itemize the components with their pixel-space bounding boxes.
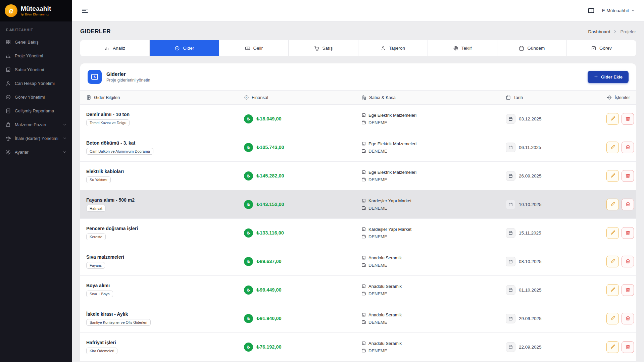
table-row[interactable]: Beton dökümü - 3. katCam Balkon ve Alümi…: [80, 133, 636, 162]
kasa-name: DENEME: [368, 291, 387, 296]
expense-finance-cell: ₺₺18.049,00: [244, 114, 361, 123]
logo[interactable]: e Müteaahit İşi Bilen Elemanınız: [0, 0, 72, 21]
edit-button[interactable]: [606, 256, 619, 267]
sidebar-item[interactable]: İhale (Barter) Yönetimi: [0, 132, 72, 145]
edit-button[interactable]: [606, 142, 619, 153]
calendar-icon: [506, 114, 515, 124]
lira-circle-icon: ₺: [244, 200, 253, 209]
wallet-icon: [361, 234, 366, 239]
expense-title: Boya alımı: [86, 283, 244, 288]
expense-info-cell: Pencere doğrama işleriKereste: [86, 226, 244, 240]
table-row[interactable]: Fayans alımı - 500 m2Hafriyat₺₺143.152,0…: [80, 190, 636, 219]
expense-date: 22.09.2025: [519, 345, 542, 350]
edit-button[interactable]: [606, 313, 619, 324]
expense-icon: ₺: [175, 46, 180, 51]
table-body: Demir alımı - 10 tonTemel Kazısı ve Dolg…: [80, 105, 636, 361]
edit-button[interactable]: [606, 284, 619, 296]
tab-görev[interactable]: Görev: [567, 40, 636, 56]
breadcrumb-dashboard[interactable]: Dashboard: [588, 29, 610, 34]
tender-icon: [5, 136, 11, 141]
kasa-name: DENEME: [368, 206, 387, 211]
wallet-icon: [361, 149, 366, 153]
lira-circle-icon: ₺: [244, 314, 253, 323]
menu-toggle-button[interactable]: [81, 7, 89, 15]
delete-button[interactable]: [622, 284, 634, 296]
vendor-cell: Ege Elektrik MalzemeleriDENEME: [361, 141, 506, 154]
table-row[interactable]: Sıva malzemeleriFayans₺₺89.637,00Anadolu…: [80, 247, 636, 276]
delete-button[interactable]: [622, 227, 634, 239]
date-cell: 03.12.2025: [506, 114, 606, 124]
table-row[interactable]: Pencere doğrama işleriKereste₺₺133.116,0…: [80, 219, 636, 247]
tab-analiz[interactable]: Analiz: [80, 40, 150, 56]
table-row[interactable]: İskele kirası - AylıkŞantiye Konteyner v…: [80, 304, 636, 333]
delete-button[interactable]: [622, 170, 634, 182]
expense-title: Demir alımı - 10 ton: [86, 112, 244, 117]
lira-circle-icon: ₺: [244, 171, 253, 180]
vendor-cell: Kardeşler Yapı MarketDENEME: [361, 227, 506, 239]
sidebar-item[interactable]: Malzeme Pazarı: [0, 118, 72, 132]
tab-label: Analiz: [113, 46, 125, 51]
settings-icon: [5, 149, 11, 155]
sidebar-item[interactable]: Cari Hesap Yönetimi: [0, 76, 72, 90]
sidebar-item[interactable]: Gelişmiş Raporlama: [0, 104, 72, 118]
edit-button[interactable]: [606, 227, 619, 239]
vendor-cell: Ege Elektrik MalzemeleriDENEME: [361, 113, 506, 125]
card-title: Giderler: [106, 71, 150, 77]
tab-label: Teklif: [461, 46, 472, 51]
delete-button[interactable]: [622, 341, 634, 353]
tab-gündem[interactable]: Gündem: [497, 40, 567, 56]
delete-button[interactable]: [622, 113, 634, 125]
edit-icon: [610, 202, 615, 207]
tab-satış[interactable]: Satış: [289, 40, 358, 56]
tab-teklif[interactable]: Teklif: [428, 40, 497, 56]
trash-icon: [625, 344, 631, 350]
panel-toggle-button[interactable]: [588, 7, 595, 14]
trash-icon: [625, 316, 631, 321]
actions-cell: [606, 256, 634, 267]
delete-button[interactable]: [622, 199, 634, 210]
svg-text:₺: ₺: [246, 96, 247, 99]
sidebar-item[interactable]: Görev Yönetimi: [0, 90, 72, 104]
edit-button[interactable]: [606, 341, 619, 353]
add-expense-button[interactable]: Gider Ekle: [588, 71, 629, 83]
tab-gelir[interactable]: Gelir: [219, 40, 289, 56]
delete-button[interactable]: [622, 142, 634, 153]
expense-finance-cell: ₺₺105.743,00: [244, 143, 361, 152]
vendor-name: Kardeşler Yapı Market: [368, 198, 411, 203]
card-subtitle: Proje giderlerini yönetin: [106, 78, 150, 83]
sidebar-item[interactable]: Genel Bakış: [0, 35, 72, 49]
table-row[interactable]: Hafriyat işleriKira Ödemeleri₺₺76.192,00…: [80, 333, 636, 361]
sidebar-item-label: İhale (Barter) Yönetimi: [15, 136, 58, 141]
expense-category-tag: Şantiye Konteyner ve Ofis Giderleri: [86, 319, 151, 326]
edit-icon: [610, 116, 615, 121]
table-row[interactable]: Boya alımıSıva + Boya₺₺99.449,00Anadolu …: [80, 276, 636, 304]
tab-taşeron[interactable]: Taşeron: [358, 40, 428, 56]
table-row[interactable]: Demir alımı - 10 tonTemel Kazısı ve Dolg…: [80, 105, 636, 133]
account-menu[interactable]: E-Müteaahhit: [602, 8, 635, 13]
edit-button[interactable]: [606, 170, 619, 182]
delete-button[interactable]: [622, 256, 634, 267]
chevron-down-icon: [62, 136, 67, 141]
expense-finance-cell: ₺₺76.192,00: [244, 343, 361, 352]
trash-icon: [625, 230, 631, 236]
sidebar-item[interactable]: Proje Yönetimi: [0, 49, 72, 63]
edit-button[interactable]: [606, 113, 619, 125]
expense-category-tag: Kira Ödemeleri: [86, 348, 117, 354]
income-icon: [245, 46, 250, 51]
trash-icon: [625, 116, 631, 121]
sidebar-item[interactable]: Ayarlar: [0, 145, 72, 159]
tab-gider[interactable]: ₺Gider: [150, 40, 219, 56]
kasa-name: DENEME: [368, 320, 387, 325]
market-icon: [5, 122, 11, 127]
edit-button[interactable]: [606, 199, 619, 210]
trash-icon: [625, 145, 631, 150]
task-check-icon: [591, 46, 596, 51]
sidebar-item[interactable]: Satıcı Yönetimi: [0, 63, 72, 76]
calendar-icon: [506, 171, 515, 181]
actions-cell: [606, 113, 634, 125]
expense-amount: ₺18.049,00: [256, 116, 282, 121]
kasa-name: DENEME: [368, 120, 387, 125]
sidebar-item-label: Ayarlar: [15, 150, 29, 155]
delete-button[interactable]: [622, 313, 634, 324]
table-row[interactable]: Elektrik kablolarıSu Yalıtımı₺₺145.282,0…: [80, 162, 636, 190]
